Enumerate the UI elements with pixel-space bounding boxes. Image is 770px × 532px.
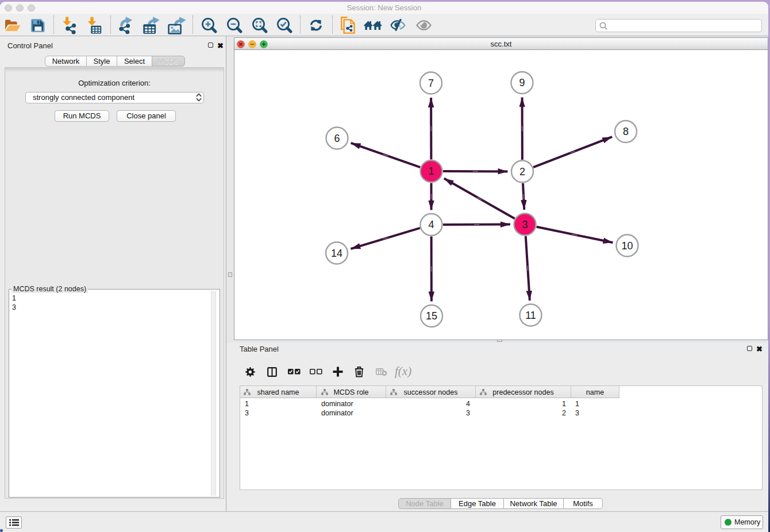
svg-text:9: 9 bbox=[519, 77, 525, 88]
svg-text:15: 15 bbox=[426, 310, 437, 322]
svg-text:8: 8 bbox=[623, 126, 629, 137]
svg-text:3: 3 bbox=[522, 219, 528, 230]
svg-text:4: 4 bbox=[428, 219, 434, 230]
svg-text:7: 7 bbox=[428, 78, 434, 89]
svg-text:14: 14 bbox=[331, 248, 342, 259]
svg-text:1: 1 bbox=[428, 165, 434, 177]
svg-text:6: 6 bbox=[334, 133, 340, 144]
svg-text:2: 2 bbox=[519, 166, 525, 178]
svg-text:10: 10 bbox=[621, 240, 633, 252]
svg-text:11: 11 bbox=[525, 310, 536, 321]
